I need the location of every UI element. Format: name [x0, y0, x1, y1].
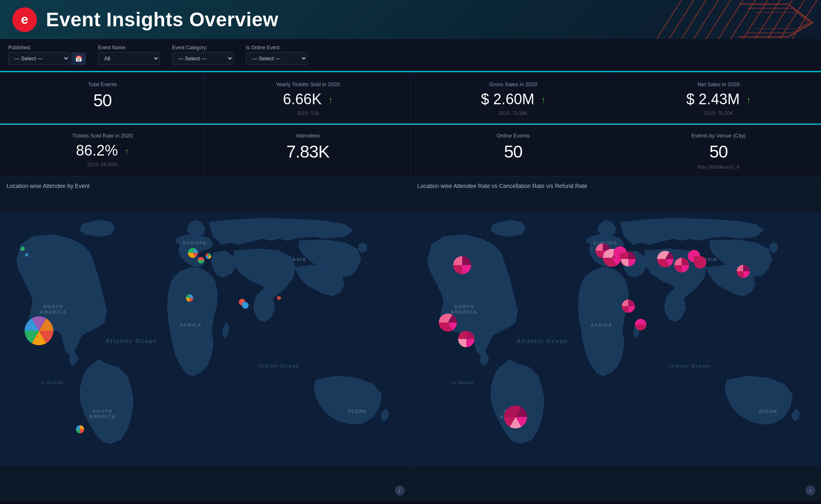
metric-label-r2-2: Online Events [497, 133, 530, 139]
metric-value-r2-1: 7.83K [286, 142, 329, 162]
metric-sub-r2-0: 2019: 66.84% [87, 162, 118, 167]
arrow-up-1: ↑ [328, 95, 333, 105]
calendar-icon[interactable]: 📅 [71, 53, 86, 65]
metric-label-r2-0: Tickets Sold Rate in 2020 [72, 133, 133, 139]
svg-text:Atlantic Ocean: Atlantic Ocean [516, 338, 568, 344]
world-map-svg-1: Atlantic Ocean Indian Ocean ic Ocean NOR… [0, 177, 410, 501]
map-attendee-by-event: Location wise Attendee by Event [0, 177, 411, 501]
metric-gross-sales: Gross Sales in 2020 $ 2.60M ↑ 2019: 76.8… [411, 72, 616, 125]
world-map-svg-2: Atlantic Ocean Indian Ocean ic Ocean NOR… [411, 177, 821, 501]
header-decoration [657, 0, 821, 39]
metric-label-0: Total Events [88, 81, 117, 87]
is-online-filter: Is Online Event: — Select — Yes No [246, 45, 307, 65]
published-label: Published: [8, 45, 86, 50]
filter-bar: Published: — Select — Yes No 📅 Event Nam… [0, 39, 821, 71]
is-online-select[interactable]: — Select — Yes No [246, 52, 307, 65]
svg-point-32 [25, 253, 28, 257]
metric-sub-r2-3: Max (Middlesex): 6 [698, 164, 739, 170]
metric-value-r2-2: 50 [504, 142, 523, 162]
map-2-title: Location wise Attendee Rate vs Cancellat… [417, 183, 587, 189]
event-name-filter: Event Name: All [98, 45, 160, 65]
svg-line-11 [792, 0, 817, 39]
metric-sub-2: 2019: 76.88K [498, 110, 527, 116]
event-name-label: Event Name: [98, 45, 160, 50]
svg-line-4 [706, 0, 731, 39]
svg-text:AMERICA: AMERICA [89, 414, 116, 419]
metric-total-events: Total Events 50 [0, 72, 205, 125]
svg-line-3 [694, 0, 718, 39]
page-title: Event Insights Overview [46, 8, 278, 31]
event-category-select[interactable]: — Select — [172, 52, 234, 65]
metric-label-r2-1: Attendees [296, 133, 320, 139]
metric-ticket-rate: Tickets Sold Rate in 2020 86.2% ↑ 2019: … [0, 125, 205, 176]
svg-text:OCEAN: OCEAN [348, 409, 366, 414]
svg-line-0 [657, 0, 681, 39]
metrics-row-2: Tickets Sold Rate in 2020 86.2% ↑ 2019: … [0, 125, 821, 177]
svg-text:EUROPE: EUROPE [183, 241, 207, 245]
svg-point-31 [21, 247, 25, 251]
published-select[interactable]: — Select — Yes No [8, 52, 70, 65]
map-1-info-button[interactable]: i [395, 486, 405, 495]
svg-text:NORTH: NORTH [43, 304, 63, 309]
svg-text:AMERICA: AMERICA [40, 309, 67, 314]
app-logo: e [12, 7, 37, 32]
event-name-select[interactable]: All [98, 52, 160, 65]
map-2-info-button[interactable]: i [805, 486, 815, 495]
map-rate-vs-cancellation: Location wise Attendee Rate vs Cancellat… [411, 177, 821, 501]
metric-sub-3: 2019: 76.50K [704, 110, 733, 116]
metric-value-2: $ 2.60M ↑ [481, 91, 546, 108]
svg-text:SOUTH: SOUTH [93, 409, 112, 414]
svg-text:AMERICA: AMERICA [451, 309, 477, 314]
metric-attendees: Attendees 7.83K [205, 125, 410, 176]
metric-venue-events: Events by Venue (City) 50 Max (Middlesex… [616, 125, 821, 176]
published-filter: Published: — Select — Yes No 📅 [8, 45, 86, 65]
svg-line-5 [718, 0, 743, 39]
event-category-label: Event Category: [172, 45, 234, 50]
arrow-up-2: ↑ [541, 95, 546, 105]
svg-text:NORTH: NORTH [454, 304, 474, 309]
arrow-up-3: ↑ [746, 95, 751, 105]
metrics-row-1: Total Events 50 Yearly Tickets Sold in 2… [0, 71, 821, 125]
metric-label-r2-3: Events by Venue (City) [691, 133, 745, 139]
svg-point-33 [277, 296, 281, 300]
map-1-title: Location wise Attendee by Event [7, 183, 89, 189]
metric-label-2: Gross Sales in 2020 [489, 81, 537, 87]
metric-value-1: 6.66K ↑ [283, 91, 333, 108]
metric-value-r2-0: 86.2% ↑ [76, 142, 129, 159]
svg-text:AFRICA: AFRICA [180, 323, 202, 328]
svg-text:ic Ocean: ic Ocean [452, 380, 474, 385]
metric-online-events: Online Events 50 [411, 125, 616, 176]
app-header: e Event Insights Overview [0, 0, 821, 39]
svg-text:Atlantic Ocean: Atlantic Ocean [105, 338, 157, 344]
svg-text:ic Ocean: ic Ocean [41, 380, 63, 385]
svg-text:Indian Ocean: Indian Ocean [259, 363, 299, 369]
metric-value-3: $ 2.43M ↑ [686, 91, 751, 108]
arrow-up-r2-0: ↑ [124, 146, 129, 156]
svg-text:ASIA: ASIA [293, 257, 307, 262]
maps-section: Location wise Attendee by Event [0, 177, 821, 501]
metric-label-3: Net Sales in 2020 [697, 81, 740, 87]
svg-text:OCEAN: OCEAN [759, 409, 777, 414]
event-category-filter: Event Category: — Select — [172, 45, 234, 65]
metric-value-0: 50 [93, 91, 112, 110]
metric-yearly-tickets: Yearly Tickets Sold in 2020 6.66K ↑ 2019… [205, 72, 410, 125]
metric-net-sales: Net Sales in 2020 $ 2.43M ↑ 2019: 76.50K [616, 72, 821, 125]
svg-line-1 [669, 0, 694, 39]
metric-sub-1: 2019: 518 [297, 110, 319, 116]
svg-line-2 [681, 0, 706, 39]
metric-label-1: Yearly Tickets Sold in 2020 [276, 81, 340, 87]
is-online-label: Is Online Event: [246, 45, 307, 50]
metric-value-r2-3: 50 [709, 142, 728, 162]
svg-text:AFRICA: AFRICA [591, 323, 613, 328]
svg-text:Indian Ocean: Indian Ocean [670, 363, 710, 369]
